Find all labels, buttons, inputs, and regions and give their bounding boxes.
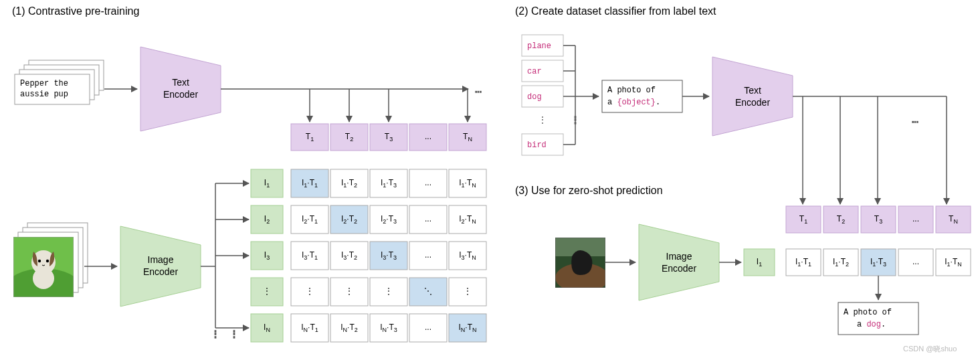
svg-text:a dog.: a dog. [857,320,886,329]
prompt-line-1: A photo of [607,86,656,95]
i-column: I1 I2 I3 ⋮ IN [251,169,283,342]
text-encoder-block: Text Encoder [140,47,221,131]
svg-point-14 [38,260,41,262]
svg-text:...: ... [912,115,918,124]
svg-text:a {object}.: a {object}. [607,98,660,107]
svg-text:...: ... [425,178,431,187]
class-list: plane car dog ⋮ bird [522,35,563,155]
svg-marker-112 [712,57,793,136]
svg-text:⋮: ⋮ [538,115,547,124]
panel-1-title: (1) Contrastive pre-training [12,5,139,17]
svg-text:⋮: ⋮ [263,286,271,296]
text-input-stack: Pepper the aussie pup [15,60,104,104]
svg-point-13 [33,268,54,289]
svg-text:...: ... [475,85,482,94]
arrow-group: ⋮ ⋮ [201,183,249,339]
svg-text:⋮: ⋮ [345,286,353,296]
svg-text:Encoder: Encoder [662,263,696,274]
text-encoder-label-1: Text [172,77,189,88]
prompt-template-box: A photo of a {object}. [602,80,682,112]
watermark: CSDN @晓shuo [903,345,957,353]
svg-text:⋮: ⋮ [230,329,238,339]
image-input-stack [7,223,88,306]
score-row: I1·T1 I1·T2 I1·T3 ... I1·TN [786,249,971,276]
t-header-row: T1 T2 T3 ... TN [291,124,486,151]
image-encoder-label-2: Encoder [143,266,178,277]
i1-embedding: I1 [744,249,775,276]
text-encoder-label-2: Encoder [163,89,198,100]
svg-text:⋮: ⋮ [306,286,314,296]
arrow-group: ... [221,85,482,122]
t-row-panel3: T1 T2 T3 ... TN [786,206,971,233]
svg-text:...: ... [425,323,431,332]
svg-point-15 [46,260,49,262]
image-encoder-block: Image Encoder [120,226,201,306]
svg-text:Image: Image [666,251,692,262]
svg-text:⋮: ⋮ [211,329,219,339]
svg-text:...: ... [425,214,431,224]
arrow-group: ... [793,96,947,204]
result-line-1: A photo of [844,308,892,317]
class-car: car [527,67,542,76]
class-plane: plane [527,41,551,51]
caption-line-1: Pepper the [20,79,68,88]
single-image [555,238,609,292]
svg-text:...: ... [912,257,919,266]
svg-text:...: ... [912,214,919,224]
panel-3-title: (3) Use for zero-shot prediction [515,185,663,196]
svg-marker-121 [639,224,719,300]
svg-text:⋮: ⋮ [571,115,579,124]
panel-2-title: (2) Create dataset classifier from label… [515,5,716,17]
svg-text:⋱: ⋱ [424,286,432,296]
image-encoder-block-2: Image Encoder [639,224,719,300]
svg-text:...: ... [425,250,431,260]
image-encoder-label-1: Image [148,254,174,265]
similarity-matrix: I1·T1 I1·T2 I1·T3 ... I1·TN I2·T1 I2·T2 … [291,169,486,342]
svg-text:⋮: ⋮ [385,286,393,296]
class-bird: bird [527,141,547,150]
text-encoder-block-2: Text Encoder [712,57,793,136]
arrow-group: ⋮ [563,46,599,145]
svg-text:⋮: ⋮ [464,286,472,296]
class-dog: dog [527,92,542,102]
svg-text:...: ... [425,132,431,141]
svg-text:Text: Text [744,85,761,96]
caption-line-2: aussie pup [20,90,68,99]
svg-text:Encoder: Encoder [735,97,770,108]
result-box: A photo of a dog. [838,302,918,335]
